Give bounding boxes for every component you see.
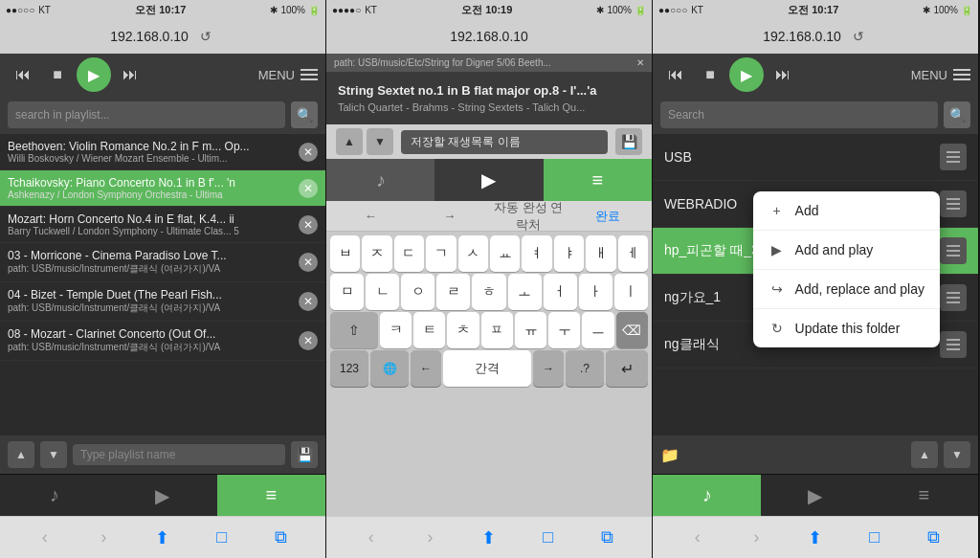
mid-tab-play[interactable]: ▶: [434, 159, 543, 201]
safari-forward-left[interactable]: ›: [75, 517, 134, 558]
kb-key-ㅌ[interactable]: ㅌ: [413, 312, 445, 348]
kb-key-ㅣ[interactable]: ㅣ: [614, 274, 648, 310]
kb-key-ㅋ[interactable]: ㅋ: [380, 312, 412, 348]
context-menu-update[interactable]: ↻ Update this folder: [753, 309, 940, 347]
track-remove-3[interactable]: ✕: [299, 215, 318, 234]
nav-down-left[interactable]: ▼: [40, 441, 67, 468]
folder-menu-ng2[interactable]: [940, 331, 967, 358]
kb-key-ㅐ[interactable]: ㅐ: [586, 235, 615, 272]
kb-key-ㅁ[interactable]: ㅁ: [330, 274, 364, 310]
kb-key-ㅠ[interactable]: ㅠ: [515, 312, 546, 348]
kb-key-ㄷ[interactable]: ㄷ: [394, 235, 424, 272]
prev-button-right[interactable]: ⏮: [660, 59, 691, 90]
kb-key-ㅓ[interactable]: ㅓ: [544, 274, 577, 310]
kbd-nav-up[interactable]: ▲: [336, 128, 363, 155]
stop-button-left[interactable]: ■: [42, 59, 73, 90]
track-item-3[interactable]: Mozart: Horn Concerto No.4 in E flat, K.…: [0, 207, 325, 243]
context-menu-add[interactable]: + Add: [753, 191, 940, 231]
autocomplete-done[interactable]: 완료: [573, 208, 643, 225]
folder-menu-webradio[interactable]: [940, 190, 967, 217]
track-item-1[interactable]: Beethoven: Violin Romance No.2 in F m...…: [0, 134, 325, 170]
kb-key-delete[interactable]: ⌫: [616, 312, 648, 348]
safari-bookmarks-left[interactable]: □: [192, 517, 252, 558]
kb-key-ㅜ[interactable]: ㅜ: [548, 312, 580, 348]
track-remove-4[interactable]: ✕: [299, 253, 318, 272]
safari-forward-right[interactable]: ›: [727, 517, 787, 558]
next-button-left[interactable]: ⏭: [115, 59, 145, 90]
kb-key-ㅛ[interactable]: ㅛ: [490, 235, 520, 272]
kb-key-ㅔ[interactable]: ㅔ: [618, 235, 648, 272]
folder-menu-usb[interactable]: [940, 144, 967, 170]
safari-tabs-middle[interactable]: ⧉: [577, 517, 636, 558]
safari-back-left[interactable]: ‹: [15, 517, 75, 558]
playlist-name-field-middle[interactable]: 저장할 재생목록 이름: [401, 130, 608, 154]
search-button-right[interactable]: 🔍: [944, 101, 970, 128]
kb-key-arrow-left[interactable]: ←: [411, 350, 441, 387]
kb-key-ㅈ[interactable]: ㅈ: [362, 235, 391, 272]
track-remove-1[interactable]: ✕: [299, 143, 318, 162]
stop-button-right[interactable]: ■: [695, 59, 725, 90]
kb-key-ㅕ[interactable]: ㅕ: [522, 235, 551, 272]
tab-music-left[interactable]: ♪: [0, 475, 108, 516]
search-button-left[interactable]: 🔍: [291, 101, 318, 128]
autocomplete-left[interactable]: ←: [336, 209, 406, 223]
tab-list-right[interactable]: ≡: [870, 475, 978, 516]
track-item-2[interactable]: Tchaikovsky: Piano Concerto No.1 in B f'…: [0, 170, 325, 207]
tab-list-left[interactable]: ≡: [217, 475, 325, 516]
track-item-6[interactable]: 08 - Mozart - Clarinet Concerto (Out Of.…: [0, 322, 325, 361]
kb-key-ㄴ[interactable]: ㄴ: [366, 274, 399, 310]
kb-key-ㅡ[interactable]: ㅡ: [582, 312, 613, 348]
track-item-5[interactable]: 04 - Bizet - Temple Duet (The Pearl Fish…: [0, 282, 325, 322]
folder-menu-ng1[interactable]: [940, 284, 967, 311]
tab-music-right[interactable]: ♪: [653, 475, 761, 516]
kb-key-space[interactable]: 간격: [443, 350, 531, 387]
safari-share-left[interactable]: ⬆: [133, 517, 192, 558]
kb-key-ㄱ[interactable]: ㄱ: [426, 235, 456, 272]
context-menu-add-replace[interactable]: ↪ Add, replace and play: [753, 270, 940, 309]
track-remove-6[interactable]: ✕: [299, 331, 318, 350]
nav-up-left[interactable]: ▲: [8, 441, 34, 468]
close-button-middle[interactable]: ✕: [636, 57, 644, 68]
folder-item-usb[interactable]: USB: [653, 134, 978, 181]
kb-key-ㄹ[interactable]: ㄹ: [436, 274, 470, 310]
kb-key-123[interactable]: 123: [330, 350, 368, 387]
safari-forward-middle[interactable]: ›: [401, 517, 460, 558]
folder-menu-hp[interactable]: [940, 237, 967, 264]
safari-back-middle[interactable]: ‹: [342, 517, 401, 558]
prev-button-left[interactable]: ⏮: [8, 59, 38, 90]
safari-tabs-right[interactable]: ⧉: [903, 517, 963, 558]
nav-up-right[interactable]: ▲: [911, 441, 938, 468]
kb-key-ㅇ[interactable]: ㅇ: [401, 274, 434, 310]
kb-key-ㅏ[interactable]: ㅏ: [579, 274, 612, 310]
kb-key-ㅅ[interactable]: ㅅ: [458, 235, 488, 272]
safari-share-middle[interactable]: ⬆: [459, 517, 519, 558]
tab-play-left[interactable]: ▶: [108, 475, 216, 516]
kb-key-punctuation[interactable]: .?: [566, 350, 604, 387]
safari-bookmarks-right[interactable]: □: [845, 517, 904, 558]
kbd-nav-down[interactable]: ▼: [367, 128, 393, 155]
save-icon-middle[interactable]: 💾: [615, 128, 642, 155]
kb-key-ㅎ[interactable]: ㅎ: [472, 274, 505, 310]
kb-key-globe[interactable]: 🌐: [370, 350, 409, 387]
track-remove-5[interactable]: ✕: [299, 292, 318, 311]
mid-tab-list[interactable]: ≡: [544, 159, 652, 201]
track-item-4[interactable]: 03 - Morricone - Cinema Paradiso Love T.…: [0, 243, 325, 282]
save-playlist-button[interactable]: 💾: [291, 441, 318, 468]
search-input-left[interactable]: [8, 101, 285, 128]
kb-key-ㅑ[interactable]: ㅑ: [554, 235, 584, 272]
refresh-button-left[interactable]: ↺: [196, 27, 215, 46]
kb-key-ㅍ[interactable]: ㅍ: [481, 312, 513, 348]
safari-bookmarks-middle[interactable]: □: [519, 517, 578, 558]
context-menu-add-play[interactable]: ▶ Add and play: [753, 231, 940, 270]
tab-play-right[interactable]: ▶: [761, 475, 869, 516]
track-remove-2[interactable]: ✕: [299, 179, 318, 198]
play-button-left[interactable]: ▶: [77, 57, 111, 92]
mid-tab-music[interactable]: ♪: [326, 159, 434, 201]
safari-back-right[interactable]: ‹: [668, 517, 727, 558]
refresh-button-right[interactable]: ↺: [849, 27, 868, 46]
kb-key-arrow-right[interactable]: →: [533, 350, 564, 387]
safari-tabs-left[interactable]: ⧉: [251, 517, 310, 558]
menu-button-left[interactable]: MENU: [258, 68, 318, 82]
next-button-right[interactable]: ⏭: [768, 59, 798, 90]
kb-key-ㅗ[interactable]: ㅗ: [508, 274, 542, 310]
